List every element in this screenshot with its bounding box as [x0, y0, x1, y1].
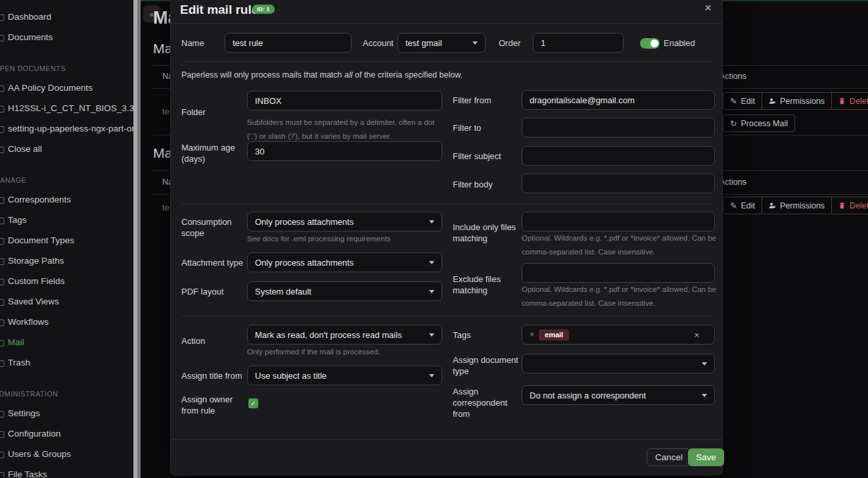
folder-input[interactable]: INBOX — [247, 91, 442, 110]
sidebar-item-label: File Tasks — [8, 469, 47, 478]
pencil-icon: ✎ — [730, 96, 737, 106]
actions-column-header: Actions — [720, 72, 746, 81]
delete-button[interactable]: Delete — [831, 197, 868, 214]
max-age-input[interactable]: 30 — [247, 141, 442, 161]
dialog-footer: Cancel Save — [171, 439, 722, 475]
account-actions-group: ✎Edit Permissions Delete — [723, 92, 868, 110]
folder-label: Folder — [181, 107, 206, 118]
chevron-down-icon — [429, 333, 434, 337]
chevron-down-icon — [702, 394, 707, 397]
process-mail-button[interactable]: ↻Process Mail — [723, 114, 795, 132]
filter-body-input[interactable] — [522, 174, 715, 193]
tags-select[interactable]: × email × — [522, 325, 715, 345]
document-icon — [0, 104, 8, 113]
sidebar-item-label: Tags — [8, 215, 27, 225]
action-help: Only performed if the mail is processed. — [247, 345, 445, 359]
sidebar-item-correspondents[interactable]: Correspondents — [0, 189, 133, 210]
edit-button[interactable]: ✎Edit — [723, 197, 762, 214]
checkmark-icon: ✓ — [250, 400, 256, 407]
sidebar-scrollbar[interactable] — [133, 0, 141, 478]
sidebar-item-saved-views[interactable]: Saved Views — [0, 291, 133, 312]
assign-doc-type-select[interactable] — [522, 354, 715, 373]
assign-title-select[interactable]: Use subject as title — [247, 366, 442, 385]
name-input[interactable]: test rule — [225, 33, 352, 53]
close-all-icon — [0, 145, 8, 154]
sidebar-item-configuration[interactable]: Configuration — [0, 423, 133, 444]
include-files-input[interactable] — [522, 212, 715, 231]
attachment-type-select[interactable]: Only process attachments — [247, 252, 442, 272]
refresh-icon: ↻ — [730, 118, 737, 128]
delete-button[interactable]: Delete — [831, 92, 868, 110]
documents-icon — [0, 33, 8, 42]
chevron-down-icon — [429, 374, 434, 377]
order-label: Order — [499, 37, 520, 49]
name-label: Name — [181, 37, 204, 49]
document-icon — [0, 84, 8, 93]
workflows-icon — [0, 318, 8, 327]
sidebar-item-label: Workflows — [8, 317, 49, 327]
dialog-title: Edit mail rule — [180, 3, 258, 17]
document-icon — [0, 124, 8, 133]
filter-from-input[interactable]: dragontailscale@gmail.com — [522, 90, 715, 110]
correspondents-icon — [0, 195, 8, 204]
action-label: Action — [181, 335, 205, 347]
gear-icon — [0, 409, 8, 418]
sidebar-item-custom-fields[interactable]: Custom Fields — [0, 271, 133, 291]
folder-help: Subfolders must be separated by a delimi… — [247, 116, 445, 143]
sidebar-item-close-all[interactable]: Close all — [0, 139, 133, 159]
sidebar-item-label: setting-up-paperless-ngx-part-one — [8, 124, 133, 133]
action-select[interactable]: Mark as read, don't process read mails — [247, 325, 442, 345]
enabled-toggle[interactable] — [640, 38, 660, 49]
permissions-button[interactable]: Permissions — [762, 92, 832, 110]
sidebar-item-documents[interactable]: Documents — [0, 27, 133, 47]
clear-tags-icon[interactable]: × — [694, 330, 699, 340]
sidebar-item-dashboard[interactable]: Dashboard — [0, 7, 133, 27]
tag-icon — [0, 216, 8, 225]
edit-button[interactable]: ✎Edit — [723, 92, 762, 110]
document-types-icon — [0, 236, 8, 245]
trash-icon — [0, 358, 8, 368]
assign-correspondent-select[interactable]: Do not assign a correspondent — [522, 385, 715, 405]
chevron-down-icon — [429, 220, 434, 224]
order-input[interactable]: 1 — [533, 33, 624, 53]
remove-tag-icon[interactable]: × — [530, 330, 534, 339]
sidebar-item-tags[interactable]: Tags — [0, 210, 133, 230]
permissions-button[interactable]: Permissions — [762, 197, 832, 214]
sidebar-item-label: Close all — [8, 144, 42, 154]
sidebar-item-settings[interactable]: Settings — [0, 403, 133, 423]
sidebar-item-open-doc-3[interactable]: setting-up-paperless-ngx-part-one — [0, 118, 133, 139]
sidebar-item-open-doc-2[interactable]: H12SSL-i_C_CT_NT_BIOS_3.3_rele... — [0, 98, 133, 118]
sidebar: Dashboard Documents OPEN DOCUMENTS AA Po… — [0, 0, 133, 478]
sidebar-item-label: Correspondents — [8, 195, 71, 204]
sidebar-item-mail[interactable]: Mail — [0, 332, 133, 352]
max-age-label: Maximum age (days) — [181, 142, 244, 164]
divider — [181, 316, 713, 316]
chevron-down-icon — [429, 261, 434, 264]
exclude-files-input[interactable] — [522, 263, 715, 283]
sidebar-item-workflows[interactable]: Workflows — [0, 312, 133, 332]
sidebar-item-label: Dashboard — [8, 12, 51, 22]
cancel-button[interactable]: Cancel — [647, 448, 691, 466]
assign-owner-checkbox[interactable]: ✓ — [248, 398, 258, 408]
sidebar-item-trash[interactable]: Trash — [0, 352, 133, 373]
filter-to-input[interactable] — [522, 118, 715, 137]
save-button[interactable]: Save — [688, 448, 724, 466]
sidebar-item-open-doc-1[interactable]: AA Policy Documents — [0, 78, 133, 98]
user-icon — [769, 202, 776, 209]
rule-actions-group: ✎Edit Permissions Delete Copy — [723, 197, 868, 214]
filter-subject-input[interactable] — [522, 146, 715, 166]
sidebar-item-label: Users & Groups — [8, 449, 71, 459]
sidebar-item-file-tasks[interactable]: File Tasks — [0, 464, 133, 478]
enabled-label: Enabled — [664, 37, 695, 49]
consumption-scope-select[interactable]: Only process attachments — [247, 212, 442, 231]
exclude-files-label: Exclude files matching — [453, 274, 520, 296]
pdf-layout-select[interactable]: System default — [247, 281, 442, 301]
sidebar-section-administration: ADMINISTRATION — [0, 390, 133, 398]
filter-from-label: Filter from — [453, 95, 491, 106]
account-select[interactable]: test gmail — [398, 33, 486, 53]
sidebar-item-document-types[interactable]: Document Types — [0, 230, 133, 251]
user-icon — [769, 97, 776, 105]
sidebar-item-users-groups[interactable]: Users & Groups — [0, 444, 133, 464]
sidebar-item-storage-paths[interactable]: Storage Paths — [0, 251, 133, 271]
close-icon[interactable]: × — [704, 1, 712, 15]
